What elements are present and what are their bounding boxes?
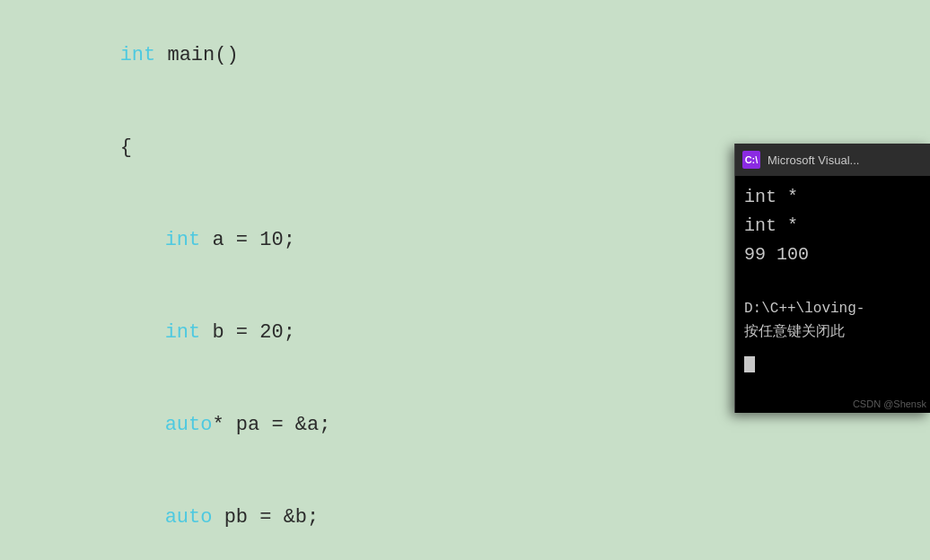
terminal-cursor-line xyxy=(744,344,921,372)
code-line: int main() xyxy=(0,9,930,101)
code-line: auto pb = &b; xyxy=(0,471,930,560)
terminal-window: C:\ Microsoft Visual... int * int * 99 1… xyxy=(734,144,930,413)
terminal-titlebar: C:\ Microsoft Visual... xyxy=(735,144,930,176)
keyword-int: int xyxy=(165,229,201,251)
terminal-body: int * int * 99 100 D:\C++\loving- 按任意键关闭… xyxy=(735,176,930,380)
terminal-line: 99 100 xyxy=(744,241,921,269)
code-text: * pa = &a; xyxy=(212,414,330,436)
keyword-auto: auto xyxy=(165,506,213,529)
terminal-line: int * xyxy=(744,212,921,241)
code-text: pb = &b; xyxy=(212,506,319,529)
csdn-watermark: CSDN @Shensk xyxy=(853,398,926,409)
terminal-cursor xyxy=(744,356,755,372)
code-content: int a = 10; xyxy=(16,196,295,284)
code-text: main() xyxy=(155,44,238,66)
code-text: b = 20; xyxy=(200,321,295,344)
code-content: int b = 20; xyxy=(16,288,295,377)
terminal-icon: C:\ xyxy=(742,151,760,169)
terminal-title: Microsoft Visual... xyxy=(768,153,859,167)
code-content: { xyxy=(16,103,132,192)
keyword-auto: auto xyxy=(165,414,213,436)
terminal-line: int * xyxy=(744,183,921,212)
keyword-int: int xyxy=(120,44,156,66)
code-content: int main() xyxy=(16,11,239,100)
terminal-path-line: D:\C++\loving- xyxy=(744,298,921,321)
code-content: auto pb = &b; xyxy=(16,473,319,560)
main-container: int main() { int a = 10; int b = xyxy=(0,0,930,560)
keyword-int: int xyxy=(165,321,201,344)
code-text: { xyxy=(120,136,132,159)
terminal-line xyxy=(744,269,921,298)
terminal-chinese-line: 按任意键关闭此 xyxy=(744,321,921,345)
code-content: auto* pa = &a; xyxy=(16,381,330,469)
code-text: a = 10; xyxy=(200,229,295,251)
